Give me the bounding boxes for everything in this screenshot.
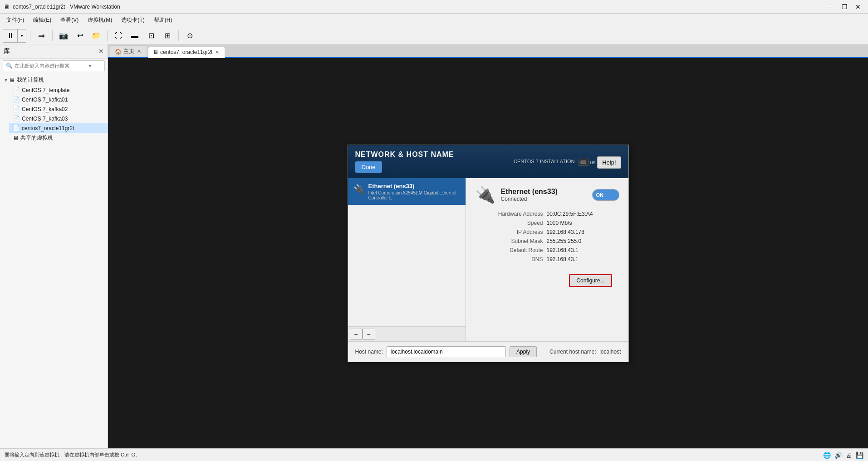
network-item-desc: Intel Corporation 82545EM Gigabit Ethern… <box>368 190 460 200</box>
network-details-panel: 🔌 Ethernet (ens33) Connected ON <box>466 178 628 341</box>
installation-label: CENTOS 7 INSTALLATION <box>514 159 574 164</box>
fit-button[interactable]: ⊡ <box>144 29 158 42</box>
search-box[interactable]: 🔍 ▾ <box>3 60 105 71</box>
speed-value: 1000 Mb/s <box>547 220 619 226</box>
tabbar: 🏠 主页 ✕ 🖥 centos7_oracle11gr2t ✕ <box>108 44 868 58</box>
tab-vm-label: centos7_oracle11gr2t <box>160 49 212 55</box>
network-list-empty <box>348 205 466 326</box>
pause-group: ⏸ ▾ <box>3 29 26 43</box>
snapshot-manager-button[interactable]: 📁 <box>89 29 103 42</box>
menu-file[interactable]: 文件(F) <box>2 15 29 26</box>
menubar: 文件(F) 编辑(E) 查看(V) 虚拟机(M) 选项卡(T) 帮助(H) <box>0 14 868 27</box>
snapshot-button[interactable]: 📷 <box>56 29 71 42</box>
tree-item-kafka02[interactable]: 📄 CentOS 7_kafka02 <box>9 104 108 114</box>
done-button[interactable]: Done <box>355 161 382 173</box>
add-network-button[interactable]: + <box>350 329 363 340</box>
pause-dropdown-button[interactable]: ▾ <box>18 29 26 42</box>
usb-status-icon[interactable]: 🖨 <box>846 451 852 459</box>
dialog-header-left: NETWORK & HOST NAME Done <box>355 150 454 173</box>
configure-row: Configure... <box>475 270 619 291</box>
search-input[interactable] <box>15 63 87 68</box>
network-list-panel: 🔌 Ethernet (ens33) Intel Corporation 825… <box>348 178 466 341</box>
tree-item-kafka01[interactable]: 📄 CentOS 7_kafka01 <box>9 95 108 104</box>
configure-button[interactable]: Configure... <box>569 274 612 287</box>
tree-label-kafka02: CentOS 7_kafka02 <box>22 106 68 112</box>
menu-vm[interactable]: 虚拟机(M) <box>83 15 117 26</box>
singlewindow-button[interactable]: ▬ <box>128 29 142 42</box>
home-tab-icon: 🏠 <box>115 49 122 55</box>
detail-speed-row: Speed 1000 Mb/s <box>475 220 619 226</box>
dialog-title: NETWORK & HOST NAME <box>355 150 454 159</box>
network-item-ens33[interactable]: 🔌 Ethernet (ens33) Intel Corporation 825… <box>348 178 466 205</box>
unity-button[interactable]: ⊙ <box>182 29 197 42</box>
send-ctrl-alt-del-button[interactable]: ⇒ <box>34 29 49 42</box>
tree-item-shared[interactable]: 🖥 共享的虚拟机 <box>9 133 108 143</box>
tree-label-shared: 共享的虚拟机 <box>20 134 53 142</box>
tab-vm-close[interactable]: ✕ <box>214 49 220 55</box>
tree-item-template[interactable]: 📄 CentOS 7_template <box>9 85 108 95</box>
close-button[interactable]: ✕ <box>852 0 864 13</box>
statusbar-text: 要将输入定向到该虚拟机，请在虚拟机内部单击或按 Ctrl+G。 <box>5 451 140 458</box>
ip-address-label: IP Address <box>517 229 543 235</box>
sidebar-header: 库 ✕ <box>0 44 108 58</box>
tree-item-kafka03[interactable]: 📄 CentOS 7_kafka03 <box>9 114 108 123</box>
computer-icon: 🖥 <box>9 77 15 83</box>
stretch-button[interactable]: ⊞ <box>160 29 175 42</box>
minimize-button[interactable]: ─ <box>824 0 837 13</box>
vm-tab-icon: 🖥 <box>153 49 158 55</box>
right-panel: 🏠 主页 ✕ 🖥 centos7_oracle11gr2t ✕ NETWORK … <box>108 44 868 448</box>
pause-button[interactable]: ⏸ <box>3 29 18 42</box>
fullscreen-button[interactable]: ⛶ <box>111 29 126 42</box>
default-route-label: Default Route <box>510 247 543 253</box>
app-icon: 🖥 <box>4 3 10 10</box>
search-dropdown-icon[interactable]: ▾ <box>89 63 91 68</box>
toolbar-separator-1 <box>30 30 30 41</box>
hostname-input[interactable] <box>387 346 506 357</box>
network-status-icon[interactable]: 🌐 <box>823 451 831 459</box>
dialog-header-right: CENTOS 7 INSTALLATION ⌨ us Help! <box>514 155 621 169</box>
detail-header: 🔌 Ethernet (ens33) Connected ON <box>475 185 619 204</box>
hardware-address-label: Hardware Address <box>498 211 543 217</box>
keyboard-lang: us <box>590 160 596 165</box>
current-hostname-label: Current host name: <box>549 349 596 355</box>
menu-edit[interactable]: 编辑(E) <box>29 15 56 26</box>
toolbar-separator-2 <box>52 30 53 41</box>
toolbar: ⏸ ▾ ⇒ 📷 ↩ 📁 ⛶ ▬ ⊡ ⊞ ⊙ <box>0 27 868 44</box>
hdd-status-icon[interactable]: 💾 <box>856 451 863 459</box>
default-route-value: 192.168.43.1 <box>547 247 619 253</box>
titlebar-controls: ─ ❐ ✕ <box>824 0 864 13</box>
content-area[interactable]: NETWORK & HOST NAME Done CENTOS 7 INSTAL… <box>108 58 868 448</box>
detail-ethernet-icon: 🔌 <box>475 185 495 204</box>
current-hostname: Current host name: localhost <box>549 349 621 355</box>
audio-status-icon[interactable]: 🔊 <box>834 451 842 459</box>
sidebar: 库 ✕ 🔍 ▾ ▼ 🖥 我的计算机 📄 CentOS 7_template 📄 <box>0 44 108 448</box>
vm-icon: 📄 <box>13 106 20 112</box>
help-button[interactable]: Help! <box>597 156 621 169</box>
restore-button[interactable]: ❐ <box>838 0 851 13</box>
tab-vm[interactable]: 🖥 centos7_oracle11gr2t ✕ <box>148 47 225 58</box>
dialog-header: NETWORK & HOST NAME Done CENTOS 7 INSTAL… <box>348 145 628 178</box>
tree-item-my-computer[interactable]: ▼ 🖥 我的计算机 <box>0 75 108 85</box>
subnet-mask-value: 255.255.255.0 <box>547 238 619 244</box>
menu-help[interactable]: 帮助(H) <box>149 15 177 26</box>
ethernet-icon: 🔌 <box>353 184 365 194</box>
on-off-toggle[interactable]: ON <box>592 189 619 201</box>
apply-button[interactable]: Apply <box>510 346 537 357</box>
revert-button[interactable]: ↩ <box>73 29 87 42</box>
tree-item-oracle[interactable]: 📄 centos7_oracle11gr2t <box>9 123 108 133</box>
tree-label-kafka01: CentOS 7_kafka01 <box>22 97 68 103</box>
tree-label-my-computer: 我的计算机 <box>17 76 44 84</box>
speed-label: Speed <box>527 220 543 226</box>
remove-network-button[interactable]: − <box>363 329 375 340</box>
network-list: 🔌 Ethernet (ens33) Intel Corporation 825… <box>348 178 466 205</box>
tab-home-close[interactable]: ✕ <box>136 49 142 54</box>
dialog-body: 🔌 Ethernet (ens33) Intel Corporation 825… <box>348 178 628 341</box>
titlebar: 🖥 centos7_oracle11gr2t - VMware Workstat… <box>0 0 868 14</box>
menu-view[interactable]: 查看(V) <box>56 15 83 26</box>
current-hostname-value: localhost <box>599 349 621 355</box>
tab-home[interactable]: 🏠 主页 ✕ <box>110 45 147 57</box>
vm-tree: ▼ 🖥 我的计算机 📄 CentOS 7_template 📄 CentOS 7… <box>0 73 108 448</box>
menu-tab[interactable]: 选项卡(T) <box>117 15 149 26</box>
sidebar-close-button[interactable]: ✕ <box>98 48 104 55</box>
on-label: ON <box>596 192 604 198</box>
